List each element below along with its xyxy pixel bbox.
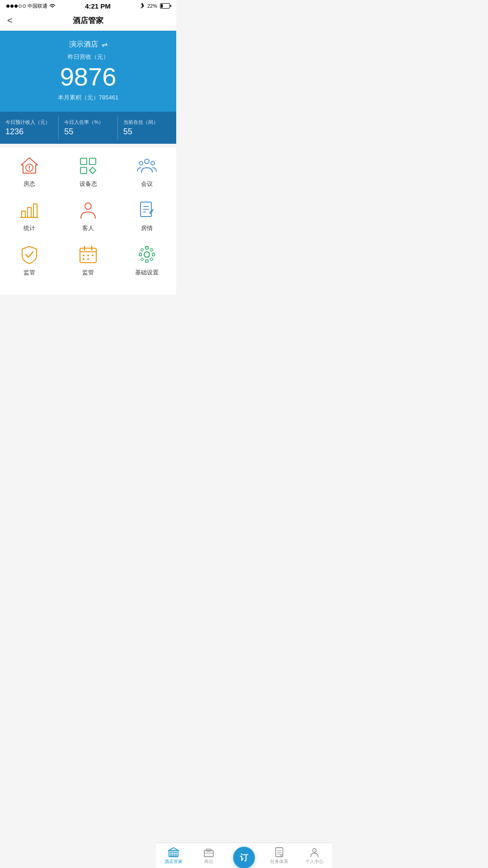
room-info-icon	[136, 199, 158, 222]
grid-row-2: 统计 客人	[0, 199, 176, 232]
svg-rect-13	[33, 204, 37, 217]
stat-label-occupancy: 今日入住率（%）	[64, 119, 112, 125]
menu-item-device-status[interactable]: 设备态	[59, 155, 117, 188]
battery-icon	[160, 3, 170, 9]
stats-bar: 今日预计收入（元） 1236 今日入住率（%） 55 当前在住（间） 55	[0, 112, 176, 144]
device-status-icon	[77, 155, 99, 177]
menu-label-room-status: 房态	[23, 180, 35, 188]
svg-rect-11	[22, 211, 25, 217]
svg-point-15	[85, 203, 91, 209]
signal-dot-2	[10, 5, 14, 8]
menu-item-supervision2[interactable]: 监管	[59, 243, 117, 277]
svg-marker-7	[89, 167, 96, 174]
back-button[interactable]: <	[7, 15, 13, 26]
menu-label-guests: 客人	[82, 224, 94, 232]
menu-label-statistics: 统计	[23, 224, 35, 232]
wifi-icon	[49, 3, 56, 9]
battery-fill	[161, 4, 163, 8]
svg-rect-5	[89, 158, 96, 165]
bluetooth-icon	[140, 2, 145, 9]
switch-hotel-icon[interactable]: ⇌	[102, 40, 108, 49]
meeting-icon	[136, 155, 158, 177]
settings-icon	[136, 243, 158, 266]
svg-rect-32	[145, 247, 148, 249]
stat-value-occupancy: 55	[64, 127, 112, 137]
svg-rect-36	[141, 248, 144, 251]
page-title: 酒店管家	[73, 15, 103, 26]
hotel-name-row: 演示酒店 ⇌	[7, 40, 169, 49]
svg-point-30	[87, 258, 89, 260]
supervision2-icon	[77, 243, 99, 266]
stat-value-revenue: 1236	[5, 127, 53, 137]
status-left: 中国联通	[6, 3, 56, 9]
svg-rect-4	[80, 158, 87, 165]
svg-point-3	[29, 169, 30, 170]
header-section: 演示酒店 ⇌ 昨日营收（元） 9876 本月累积（元）785461	[0, 31, 176, 112]
menu-item-settings[interactable]: 基础设置	[117, 243, 176, 277]
signal-dot-3	[14, 5, 18, 8]
svg-rect-6	[80, 167, 87, 174]
svg-point-10	[151, 161, 155, 165]
menu-item-meeting[interactable]: 会议	[117, 155, 176, 188]
menu-label-room-info: 房情	[141, 224, 153, 232]
monthly-label: 本月累积（元）785461	[7, 94, 169, 102]
grid-row-3: 监管 监管	[0, 243, 176, 277]
stat-label-current: 当前在住（间）	[123, 119, 171, 125]
stat-item-current[interactable]: 当前在住（间） 55	[118, 116, 176, 139]
hotel-name: 演示酒店	[69, 40, 98, 49]
svg-point-29	[83, 258, 84, 260]
signal-dot-5	[23, 5, 26, 8]
svg-point-28	[92, 255, 94, 256]
status-right: 22%	[140, 2, 170, 9]
menu-label-supervision2: 监管	[82, 269, 94, 277]
menu-item-room-info[interactable]: 房情	[117, 199, 176, 232]
grid-menu: 房态 设备态	[0, 147, 176, 295]
svg-rect-34	[139, 253, 141, 256]
menu-item-guests[interactable]: 客人	[59, 199, 117, 232]
grid-row-1: 房态 设备态	[0, 155, 176, 188]
svg-point-8	[145, 159, 149, 164]
stat-label-revenue: 今日预计收入（元）	[5, 119, 53, 125]
menu-label-meeting: 会议	[141, 180, 153, 188]
svg-point-26	[83, 255, 84, 256]
signal-dot-1	[6, 5, 9, 8]
menu-label-device-status: 设备态	[80, 180, 97, 188]
stat-value-current: 55	[123, 127, 171, 137]
svg-rect-33	[145, 260, 148, 262]
svg-rect-12	[28, 208, 31, 217]
signal-dots	[6, 5, 26, 8]
signal-dot-4	[19, 5, 22, 8]
menu-item-statistics[interactable]: 统计	[0, 199, 59, 232]
room-status-icon	[18, 155, 41, 177]
supervision1-icon	[18, 243, 41, 266]
nav-bar: < 酒店管家	[0, 11, 176, 31]
stat-item-occupancy[interactable]: 今日入住率（%） 55	[59, 116, 117, 139]
revenue-amount: 9876	[7, 63, 169, 91]
menu-item-room-status[interactable]: 房态	[0, 155, 59, 188]
svg-point-40	[144, 252, 150, 257]
guests-icon	[77, 199, 99, 222]
revenue-label: 昨日营收（元）	[7, 53, 169, 61]
menu-item-supervision1[interactable]: 监管	[0, 243, 59, 277]
battery-percent: 22%	[147, 3, 157, 9]
menu-label-settings: 基础设置	[135, 269, 159, 277]
svg-rect-38	[141, 258, 144, 261]
menu-label-supervision1: 监管	[23, 269, 35, 277]
svg-rect-37	[150, 248, 153, 251]
statistics-icon	[18, 199, 41, 222]
svg-point-27	[87, 255, 89, 256]
svg-rect-39	[150, 258, 153, 261]
stat-item-revenue[interactable]: 今日预计收入（元） 1236	[0, 116, 59, 139]
status-bar: 中国联通 4:21 PM 22%	[0, 0, 176, 11]
svg-point-9	[139, 161, 143, 165]
carrier-text: 中国联通	[28, 3, 47, 9]
svg-rect-35	[152, 253, 155, 256]
status-time: 4:21 PM	[85, 2, 111, 10]
